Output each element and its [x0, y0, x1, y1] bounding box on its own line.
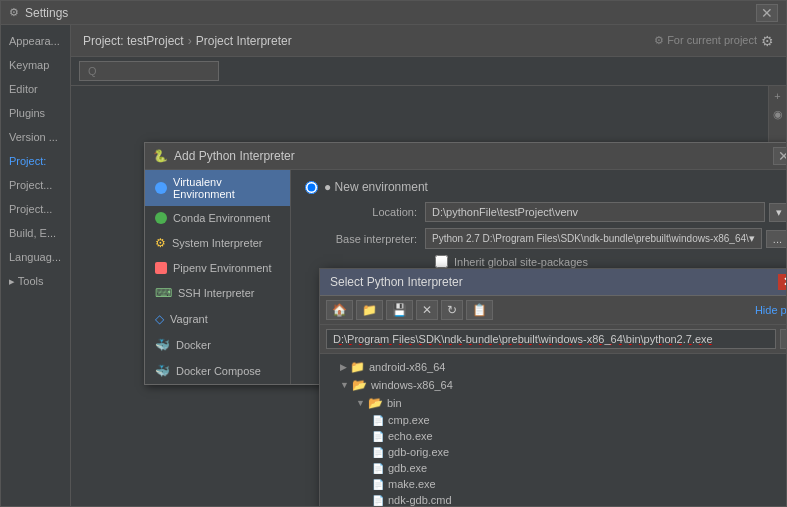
- interp-type-compose[interactable]: 🐳 Docker Compose: [145, 358, 290, 384]
- tree-item-android[interactable]: ▶ 📁 android-x86_64: [320, 358, 786, 376]
- window-title: Settings: [25, 6, 68, 20]
- sidebar-item-build[interactable]: Build, E...: [1, 221, 70, 245]
- location-browse-btn[interactable]: ▾: [769, 203, 786, 222]
- bin-arrow: ▼: [356, 398, 365, 408]
- virtualenv-icon: [155, 182, 167, 194]
- make-label: make.exe: [388, 478, 436, 490]
- ssh-label: SSH Interpreter: [178, 287, 254, 299]
- toolbar-close-btn[interactable]: ✕: [416, 300, 438, 320]
- sidebar-item-tools[interactable]: ▸ Tools: [1, 269, 70, 294]
- base-interpreter-btn[interactable]: ...: [766, 230, 786, 248]
- interp-type-system[interactable]: ⚙ System Interpreter: [145, 230, 290, 256]
- vagrant-label: Vagrant: [170, 313, 208, 325]
- interp-type-vagrant[interactable]: ◇ Vagrant: [145, 306, 290, 332]
- settings-search-input[interactable]: [79, 61, 219, 81]
- toolbar-copy-btn[interactable]: 📋: [466, 300, 493, 320]
- sidebar-item-keymap[interactable]: Keymap: [1, 53, 70, 77]
- toolbar-home-btn[interactable]: 🏠: [326, 300, 353, 320]
- windows-arrow: ▼: [340, 380, 349, 390]
- window-close-button[interactable]: ✕: [756, 4, 778, 22]
- tree-item-make[interactable]: 📄 make.exe: [320, 476, 786, 492]
- breadcrumb-separator: ›: [188, 34, 192, 48]
- compose-label: Docker Compose: [176, 365, 261, 377]
- python-icon: 🐍: [153, 149, 168, 163]
- new-environment-label: ● New environment: [324, 180, 428, 194]
- sidebar-item-version[interactable]: Version ...: [1, 125, 70, 149]
- add-interpreter-titlebar: 🐍 Add Python Interpreter ✕: [145, 143, 786, 170]
- sidebar-item-plugins[interactable]: Plugins: [1, 101, 70, 125]
- settings-gear-icon[interactable]: ⚙: [761, 33, 774, 49]
- echo-file-icon: 📄: [372, 431, 384, 442]
- ssh-icon: ⌨: [155, 286, 172, 300]
- titlebar-left: ⚙ Settings: [9, 6, 68, 20]
- select-interpreter-dialog: Select Python Interpreter ✕ 🏠 📁 💾 ✕ ↻ 📋: [319, 268, 786, 506]
- vagrant-icon: ◇: [155, 312, 164, 326]
- breadcrumb-project: Project: testProject: [83, 34, 184, 48]
- base-interpreter-value: Python 2.7 D:\Program Files\SDK\ndk-bund…: [432, 233, 749, 244]
- cmp-label: cmp.exe: [388, 414, 430, 426]
- new-env-radio[interactable]: [305, 181, 318, 194]
- right-icon-2[interactable]: ◉: [773, 108, 783, 121]
- interp-type-virtualenv[interactable]: Virtualenv Environment: [145, 170, 290, 206]
- base-interpreter-dropdown[interactable]: Python 2.7 D:\Program Files\SDK\ndk-bund…: [425, 228, 762, 249]
- gdborig-file-icon: 📄: [372, 447, 384, 458]
- location-row: Location: ▾: [305, 202, 786, 222]
- interp-type-ssh[interactable]: ⌨ SSH Interpreter: [145, 280, 290, 306]
- sidebar-item-project2[interactable]: Project...: [1, 173, 70, 197]
- toolbar-icons: 🏠 📁 💾 ✕ ↻ 📋: [326, 300, 493, 320]
- windows-label: windows-x86_64: [371, 379, 453, 391]
- tree-item-cmp[interactable]: 📄 cmp.exe: [320, 412, 786, 428]
- hide-path-button[interactable]: Hide path: [755, 304, 786, 316]
- android-label: android-x86_64: [369, 361, 445, 373]
- add-interpreter-title: Add Python Interpreter: [174, 149, 295, 163]
- toolbar-refresh-btn[interactable]: ↻: [441, 300, 463, 320]
- sidebar-item-editor[interactable]: Editor: [1, 77, 70, 101]
- settings-window: ⚙ Settings ✕ Appeara... Keymap Editor Pl…: [0, 0, 787, 507]
- interp-type-pipenv[interactable]: Pipenv Environment: [145, 256, 290, 280]
- sidebar-item-appearance[interactable]: Appeara...: [1, 29, 70, 53]
- tree-item-ndkgdb[interactable]: 📄 ndk-gdb.cmd: [320, 492, 786, 506]
- settings-sidebar: Appeara... Keymap Editor Plugins Version…: [1, 25, 71, 506]
- select-interpreter-title: Select Python Interpreter: [330, 275, 463, 289]
- tree-item-bin[interactable]: ▼ 📂 bin: [320, 394, 786, 412]
- inherit-checkbox[interactable]: [435, 255, 448, 268]
- path-input-row: ⬇: [320, 325, 786, 354]
- tree-item-echo[interactable]: 📄 echo.exe: [320, 428, 786, 444]
- docker-label: Docker: [176, 339, 211, 351]
- sidebar-item-project3[interactable]: Project...: [1, 197, 70, 221]
- path-input[interactable]: [326, 329, 776, 349]
- settings-main: Project: testProject › Project Interpret…: [71, 25, 786, 506]
- location-label: Location:: [305, 206, 425, 218]
- echo-label: echo.exe: [388, 430, 433, 442]
- sidebar-item-language[interactable]: Languag...: [1, 245, 70, 269]
- tree-item-gdborig[interactable]: 📄 gdb-orig.exe: [320, 444, 786, 460]
- interp-type-docker[interactable]: 🐳 Docker: [145, 332, 290, 358]
- tree-item-windows[interactable]: ▼ 📂 windows-x86_64: [320, 376, 786, 394]
- path-download-btn[interactable]: ⬇: [780, 329, 786, 349]
- docker-icon: 🐳: [155, 338, 170, 352]
- toolbar-folder-btn[interactable]: 📁: [356, 300, 383, 320]
- interp-type-conda[interactable]: Conda Environment: [145, 206, 290, 230]
- gdb-file-icon: 📄: [372, 463, 384, 474]
- select-interpreter-toolbar: 🏠 📁 💾 ✕ ↻ 📋 Hide path: [320, 296, 786, 325]
- settings-icon: ⚙: [9, 6, 19, 19]
- android-arrow: ▶: [340, 362, 347, 372]
- pipenv-icon: [155, 262, 167, 274]
- location-input[interactable]: [425, 202, 765, 222]
- select-interpreter-close-button[interactable]: ✕: [778, 274, 786, 290]
- add-interpreter-close-button[interactable]: ✕: [773, 147, 786, 165]
- tree-item-gdb[interactable]: 📄 gdb.exe: [320, 460, 786, 476]
- right-icon-1[interactable]: +: [774, 90, 780, 102]
- ndkgdb-label: ndk-gdb.cmd: [388, 494, 452, 506]
- bin-folder-icon: 📂: [368, 396, 383, 410]
- ndkgdb-file-icon: 📄: [372, 495, 384, 506]
- file-tree[interactable]: ▶ 📁 android-x86_64 ▼ 📂 windows-x86_64: [320, 354, 786, 506]
- cmp-file-icon: 📄: [372, 415, 384, 426]
- toolbar-save-btn[interactable]: 💾: [386, 300, 413, 320]
- for-current-label: ⚙ For current project: [654, 34, 757, 47]
- sidebar-item-project[interactable]: Project:: [1, 149, 70, 173]
- header-right: ⚙ For current project ⚙: [654, 33, 774, 49]
- content-area: 🐍 Add Python Interpreter ✕ Virtualenv En…: [71, 86, 786, 506]
- new-environment-row: ● New environment: [305, 180, 786, 194]
- compose-icon: 🐳: [155, 364, 170, 378]
